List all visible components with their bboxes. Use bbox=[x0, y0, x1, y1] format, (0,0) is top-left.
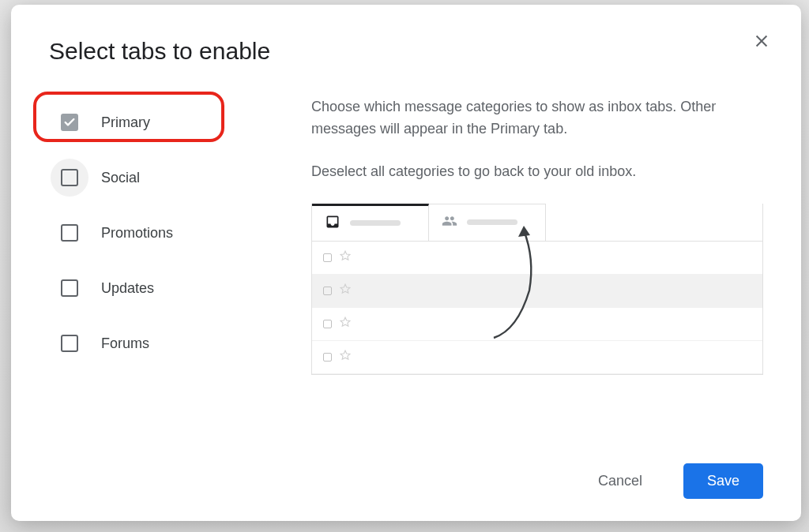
preview-tabs bbox=[312, 204, 762, 242]
category-list: Primary Social Promotions Updates bbox=[49, 95, 270, 448]
close-icon bbox=[753, 32, 770, 50]
mini-checkbox-icon bbox=[323, 320, 332, 328]
mini-checkbox-icon bbox=[323, 287, 332, 295]
checkbox-wrap bbox=[51, 103, 88, 141]
svg-marker-0 bbox=[341, 251, 350, 260]
preview-tab-social bbox=[429, 204, 546, 241]
placeholder-line bbox=[350, 220, 401, 226]
mini-checkbox-icon bbox=[323, 353, 332, 362]
category-label: Updates bbox=[101, 280, 154, 297]
people-icon bbox=[442, 213, 457, 232]
dialog-actions: Cancel Save bbox=[49, 448, 763, 499]
category-label: Forums bbox=[101, 335, 149, 352]
checkbox-wrap bbox=[51, 214, 88, 252]
checkbox-forums[interactable] bbox=[61, 335, 78, 352]
checkbox-primary bbox=[61, 114, 78, 131]
svg-marker-1 bbox=[341, 284, 350, 293]
mini-checkbox-icon bbox=[323, 253, 332, 262]
inbox-preview bbox=[311, 204, 763, 375]
checkbox-promotions[interactable] bbox=[61, 224, 78, 242]
star-icon bbox=[340, 350, 351, 364]
inbox-icon bbox=[325, 214, 341, 233]
dialog-content: Primary Social Promotions Updates bbox=[49, 95, 763, 448]
tabs-settings-dialog: Select tabs to enable Primary Social bbox=[11, 5, 801, 521]
checkmark-icon bbox=[63, 116, 76, 129]
dialog-title: Select tabs to enable bbox=[49, 38, 763, 65]
preview-row bbox=[312, 242, 762, 275]
category-label: Primary bbox=[101, 114, 150, 131]
category-row-forums: Forums bbox=[49, 316, 270, 371]
checkbox-updates[interactable] bbox=[61, 279, 78, 297]
category-row-promotions: Promotions bbox=[49, 205, 270, 260]
category-label: Social bbox=[101, 170, 140, 186]
cancel-button[interactable]: Cancel bbox=[574, 463, 666, 499]
save-button[interactable]: Save bbox=[683, 463, 763, 499]
star-icon bbox=[340, 250, 351, 264]
preview-tab-primary bbox=[312, 204, 429, 241]
checkbox-wrap bbox=[51, 324, 88, 362]
checkbox-wrap bbox=[51, 159, 88, 197]
description-text-1: Choose which message categories to show … bbox=[311, 96, 763, 140]
preview-row bbox=[312, 275, 762, 308]
category-label: Promotions bbox=[101, 225, 173, 242]
category-row-primary: Primary bbox=[49, 95, 270, 150]
placeholder-line bbox=[467, 219, 517, 225]
category-row-updates: Updates bbox=[49, 260, 270, 316]
checkbox-social[interactable] bbox=[61, 169, 78, 186]
preview-row bbox=[312, 308, 762, 341]
checkbox-wrap bbox=[51, 269, 88, 307]
star-icon bbox=[340, 283, 351, 298]
category-row-social: Social bbox=[49, 150, 270, 205]
preview-row bbox=[312, 341, 762, 374]
description-text-2: Deselect all categories to go back to yo… bbox=[311, 161, 763, 183]
close-button[interactable] bbox=[747, 27, 776, 55]
star-icon bbox=[340, 317, 351, 331]
svg-marker-3 bbox=[341, 350, 350, 359]
svg-marker-2 bbox=[341, 317, 350, 326]
description-panel: Choose which message categories to show … bbox=[270, 95, 763, 448]
preview-rows bbox=[312, 242, 762, 374]
